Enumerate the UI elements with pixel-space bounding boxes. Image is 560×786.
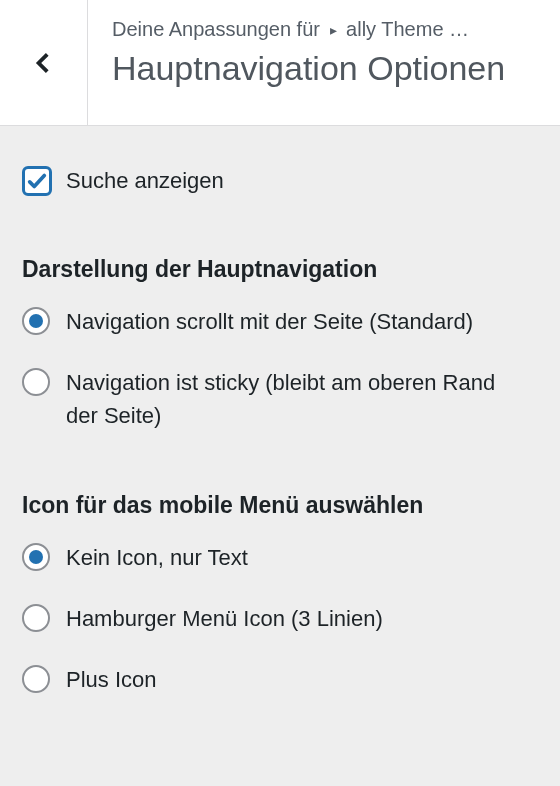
mobile-icon-option-plus[interactable]: Plus Icon	[22, 663, 538, 696]
mobile-icon-title: Icon für das mobile Menü auswählen	[22, 492, 538, 519]
radio-label: Hamburger Menü Icon (3 Linien)	[66, 602, 383, 635]
breadcrumb-prefix: Deine Anpassungen für	[112, 18, 320, 40]
breadcrumb: Deine Anpassungen für ▸ ally Theme …	[112, 18, 536, 41]
chevron-left-icon	[31, 50, 57, 76]
radio-label: Navigation ist sticky (bleibt am oberen …	[66, 366, 526, 432]
mobile-icon-option-hamburger[interactable]: Hamburger Menü Icon (3 Linien)	[22, 602, 538, 635]
radio-button[interactable]	[22, 665, 50, 693]
radio-label: Kein Icon, nur Text	[66, 541, 248, 574]
radio-label: Plus Icon	[66, 663, 157, 696]
page-title: Hauptnavigation Optionen	[112, 47, 536, 90]
radio-button[interactable]	[22, 368, 50, 396]
show-search-label: Suche anzeigen	[66, 168, 224, 194]
radio-button[interactable]	[22, 307, 50, 335]
nav-display-option-sticky[interactable]: Navigation ist sticky (bleibt am oberen …	[22, 366, 538, 432]
mobile-icon-section: Icon für das mobile Menü auswählen Kein …	[22, 492, 538, 696]
radio-button[interactable]	[22, 604, 50, 632]
breadcrumb-separator-icon: ▸	[330, 22, 337, 38]
radio-label: Navigation scrollt mit der Seite (Standa…	[66, 305, 473, 338]
back-button[interactable]	[0, 0, 88, 125]
show-search-checkbox[interactable]	[22, 166, 52, 196]
check-icon	[26, 170, 48, 192]
header-title-col: Deine Anpassungen für ▸ ally Theme … Hau…	[88, 0, 560, 125]
radio-button[interactable]	[22, 543, 50, 571]
nav-display-option-scroll[interactable]: Navigation scrollt mit der Seite (Standa…	[22, 305, 538, 338]
mobile-icon-option-text[interactable]: Kein Icon, nur Text	[22, 541, 538, 574]
nav-display-title: Darstellung der Hauptnavigation	[22, 256, 538, 283]
customizer-header: Deine Anpassungen für ▸ ally Theme … Hau…	[0, 0, 560, 126]
customizer-content: Suche anzeigen Darstellung der Hauptnavi…	[0, 126, 560, 696]
nav-display-section: Darstellung der Hauptnavigation Navigati…	[22, 256, 538, 432]
show-search-row[interactable]: Suche anzeigen	[22, 166, 538, 196]
breadcrumb-theme: ally Theme …	[346, 18, 469, 40]
